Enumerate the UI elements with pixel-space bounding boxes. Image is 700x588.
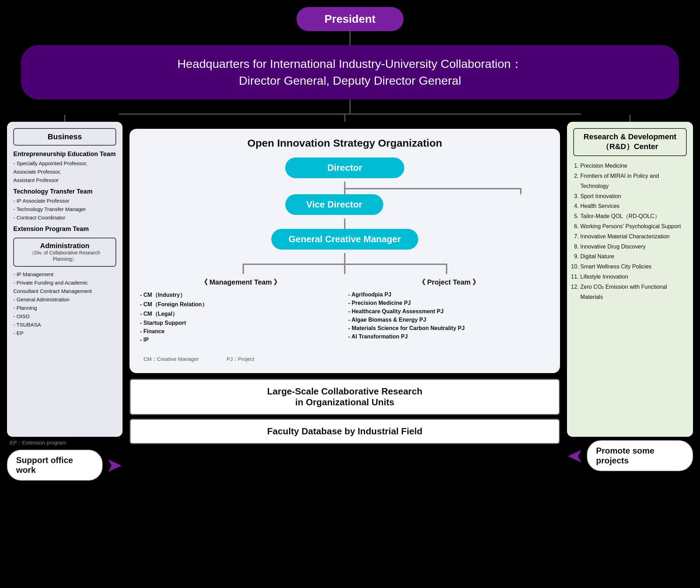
management-team-header: 《 Management Team 》 xyxy=(140,278,341,287)
left-v-connector xyxy=(7,115,122,122)
admin-item-3: - General Administration xyxy=(13,295,116,304)
admin-item-7: - EP xyxy=(13,329,116,337)
two-teams: 《 Management Team 》 - CM（Industry） - CM（… xyxy=(140,278,550,344)
vice-director-pill: Vice Director xyxy=(285,194,383,215)
rd-item-9: Digital Nature xyxy=(580,252,687,262)
promote-label: Promote some projects xyxy=(587,440,693,471)
admin-subtitle: （Div. of Collaborative Research Planning… xyxy=(20,250,110,262)
rd-item-2: Frontiers of MIRAI in Policy and Technol… xyxy=(580,171,687,191)
open-innovation-title: Open Innovation Strategy Organization xyxy=(140,137,550,149)
team2-item-0: - IP Associate Professor xyxy=(13,197,116,205)
hq-line2: Director General, Deputy Director Genera… xyxy=(42,72,658,89)
mgmt-item-3: - Startup Support xyxy=(140,319,341,327)
project-team-header: 《 Project Team 》 xyxy=(348,278,550,287)
team2-title: Technology Transfer Team xyxy=(13,188,116,195)
rd-title-box: Research & Development（R&D）Center xyxy=(573,128,687,156)
three-columns: Business Entrepreneurship Education Team… xyxy=(0,115,700,481)
admin-item-2: Consultant Contract Management xyxy=(13,287,116,295)
v2 xyxy=(520,188,522,194)
team2-item-1: - Technology Transfer Manager xyxy=(13,205,116,214)
page: President Headquarters for International… xyxy=(0,0,700,588)
rd-item-4: Health Services xyxy=(580,201,687,211)
proj-item-3: - Algae Biomass & Energy PJ xyxy=(348,316,550,324)
management-team: 《 Management Team 》 - CM（Industry） - CM（… xyxy=(140,278,341,344)
president-box: President xyxy=(296,7,404,31)
team1-title: Entrepreneurship Education Team xyxy=(13,150,116,158)
admin-box: Administration （Div. of Collaborative Re… xyxy=(13,238,116,267)
right-v-connector xyxy=(567,115,693,122)
connector-hq-main xyxy=(0,99,700,113)
h-connector-top xyxy=(119,113,581,115)
ep-note: EP：Extension program xyxy=(7,437,122,446)
mgmt-item-1: - CM（Foreign Relation） xyxy=(140,300,341,309)
gcm-wrap: General Creative Manager xyxy=(140,229,550,253)
faculty-db-box: Faculty Database by Industrial Field xyxy=(130,419,560,444)
team1-item-2: Assistant Professor xyxy=(13,176,116,184)
rd-item-5: Tailor-Made QOL（RD-QOLC） xyxy=(580,211,687,222)
mgmt-item-2: - CM（Legal） xyxy=(140,309,341,319)
hq-section: Headquarters for International Industry-… xyxy=(0,45,700,99)
vd-wrap: Vice Director xyxy=(140,194,550,218)
proj-item-5: - AI Transformation PJ xyxy=(348,332,550,341)
proj-item-4: - Materials Science for Carbon Neutralit… xyxy=(348,324,550,332)
slv xyxy=(243,264,244,274)
rd-item-11: Lifestyle Innovation xyxy=(580,272,687,282)
support-office-label: Support office work xyxy=(7,450,103,481)
team2-item-2: - Contract Coordinator xyxy=(13,214,116,222)
vd-gcm-connector xyxy=(140,218,550,229)
admin-item-4: - Planning xyxy=(13,304,116,312)
admin-item-1: - Private Funding and Academic xyxy=(13,279,116,287)
connector-president-hq xyxy=(0,31,700,45)
rd-item-12: Zero CO₂ Emission with Functional Materi… xyxy=(580,282,687,302)
right-inner: Research & Development（R&D）Center Precis… xyxy=(567,122,693,437)
faculty-db-label: Faculty Database by Industrial Field xyxy=(267,426,422,436)
left-column: Business Entrepreneurship Education Team… xyxy=(4,115,126,481)
business-title: Business xyxy=(13,128,116,146)
rd-item-10: Smart Wellness City Policies xyxy=(580,262,687,272)
right-arrow-icon: ➤ xyxy=(567,446,583,465)
rd-item-3: Sport Innovation xyxy=(580,191,687,202)
admin-item-5: - OISO xyxy=(13,312,116,321)
cm-legend: CM：Creative Manager xyxy=(144,356,199,363)
large-scale-line2: in Organizational Units xyxy=(295,397,394,407)
v3 xyxy=(344,218,345,229)
center-inner: Open Innovation Strategy Organization Di… xyxy=(130,129,560,373)
director-wrap: Director xyxy=(140,158,550,182)
director-pill: Director xyxy=(285,158,404,178)
sh xyxy=(243,264,447,265)
right-arrow-row: Promote some projects ➤ xyxy=(567,440,693,471)
mgmt-item-5: - IP xyxy=(140,336,341,344)
admin-item-6: - TSUBASA xyxy=(13,321,116,329)
srv xyxy=(446,264,447,274)
center-column: Open Innovation Strategy Organization Di… xyxy=(126,115,564,444)
mgmt-item-4: - Finance xyxy=(140,327,341,336)
rd-item-6: Working Persons' Psychological Support xyxy=(580,222,687,232)
bottom-boxes: Large-Scale Collaborative Research in Or… xyxy=(130,379,560,444)
proj-item-1: - Precision Medicine PJ xyxy=(348,299,550,307)
hq-box: Headquarters for International Industry-… xyxy=(21,45,679,99)
left-arrow-icon: ➤ xyxy=(106,455,122,475)
team1-item-0: - Specially Appointed Professor, xyxy=(13,159,116,168)
gcm-pill: General Creative Manager xyxy=(271,229,418,250)
h1 xyxy=(345,188,522,189)
project-team: 《 Project Team 》 - Agrifoodpia PJ - Prec… xyxy=(348,278,550,344)
rd-item-7: Innovative Material Characterization xyxy=(580,232,687,242)
rd-list: Precision Medicine Frontiers of MIRAI in… xyxy=(573,161,687,302)
center-v-connector xyxy=(130,115,560,122)
admin-title: Administration xyxy=(20,242,110,250)
large-scale-line1: Large-Scale Collaborative Research xyxy=(267,386,422,397)
large-scale-box: Large-Scale Collaborative Research in Or… xyxy=(130,379,560,415)
rd-title: Research & Development（R&D）Center xyxy=(583,132,676,151)
rd-item-8: Innovative Drug Discovery xyxy=(580,242,687,252)
mgmt-item-0: - CM（Industry） xyxy=(140,290,341,300)
president-section: President xyxy=(0,0,700,31)
team3-title: Extension Program Team xyxy=(13,225,116,233)
proj-item-0: - Agrifoodpia PJ xyxy=(348,290,550,299)
dir-vd-connector xyxy=(140,182,550,194)
right-column: Research & Development（R&D）Center Precis… xyxy=(564,115,696,471)
left-inner: Business Entrepreneurship Education Team… xyxy=(7,122,122,437)
president-label: President xyxy=(324,13,376,25)
team1-item-1: Associate Professor, xyxy=(13,168,116,176)
hq-line1: Headquarters for International Industry-… xyxy=(42,56,658,72)
pj-legend: PJ：Project xyxy=(227,356,254,363)
